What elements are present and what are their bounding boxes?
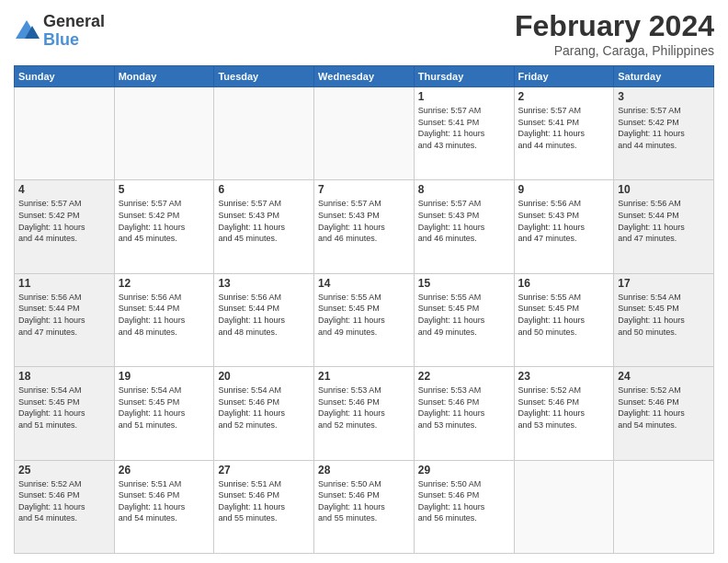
calendar-cell: 9Sunrise: 5:56 AMSunset: 5:43 PMDaylight… bbox=[514, 180, 614, 273]
calendar-cell: 13Sunrise: 5:56 AMSunset: 5:44 PMDayligh… bbox=[214, 273, 314, 366]
calendar-header-wednesday: Wednesday bbox=[314, 66, 415, 87]
day-number: 5 bbox=[119, 183, 210, 196]
calendar-cell: 6Sunrise: 5:57 AMSunset: 5:43 PMDaylight… bbox=[214, 180, 314, 273]
day-info: Sunrise: 5:57 AMSunset: 5:41 PMDaylight:… bbox=[518, 105, 610, 151]
day-number: 3 bbox=[618, 90, 710, 103]
day-number: 14 bbox=[318, 277, 410, 290]
calendar-header-sunday: Sunday bbox=[15, 66, 115, 87]
calendar-cell: 19Sunrise: 5:54 AMSunset: 5:45 PMDayligh… bbox=[114, 367, 214, 460]
calendar-cell bbox=[114, 87, 214, 180]
day-info: Sunrise: 5:55 AMSunset: 5:45 PMDaylight:… bbox=[418, 292, 510, 338]
calendar-week-5: 25Sunrise: 5:52 AMSunset: 5:46 PMDayligh… bbox=[15, 460, 714, 553]
day-number: 11 bbox=[18, 277, 110, 290]
day-number: 24 bbox=[618, 370, 710, 383]
calendar-week-1: 1Sunrise: 5:57 AMSunset: 5:41 PMDaylight… bbox=[15, 87, 714, 180]
day-info: Sunrise: 5:57 AMSunset: 5:41 PMDaylight:… bbox=[418, 105, 510, 151]
calendar-cell: 8Sunrise: 5:57 AMSunset: 5:43 PMDaylight… bbox=[414, 180, 514, 273]
calendar-cell: 16Sunrise: 5:55 AMSunset: 5:45 PMDayligh… bbox=[514, 273, 614, 366]
day-number: 2 bbox=[518, 90, 610, 103]
day-info: Sunrise: 5:55 AMSunset: 5:45 PMDaylight:… bbox=[518, 292, 610, 338]
calendar-week-4: 18Sunrise: 5:54 AMSunset: 5:45 PMDayligh… bbox=[15, 367, 714, 460]
day-info: Sunrise: 5:55 AMSunset: 5:45 PMDaylight:… bbox=[318, 292, 410, 338]
calendar-cell bbox=[614, 460, 714, 553]
day-info: Sunrise: 5:57 AMSunset: 5:42 PMDaylight:… bbox=[119, 198, 210, 244]
day-number: 23 bbox=[518, 370, 610, 383]
day-number: 12 bbox=[119, 277, 210, 290]
calendar-cell: 18Sunrise: 5:54 AMSunset: 5:45 PMDayligh… bbox=[15, 367, 115, 460]
calendar-cell: 7Sunrise: 5:57 AMSunset: 5:43 PMDaylight… bbox=[314, 180, 415, 273]
calendar-header-friday: Friday bbox=[514, 66, 614, 87]
calendar-cell: 2Sunrise: 5:57 AMSunset: 5:41 PMDaylight… bbox=[514, 87, 614, 180]
day-info: Sunrise: 5:52 AMSunset: 5:46 PMDaylight:… bbox=[618, 385, 710, 431]
day-info: Sunrise: 5:54 AMSunset: 5:45 PMDaylight:… bbox=[18, 385, 110, 431]
day-number: 10 bbox=[618, 183, 710, 196]
logo-icon bbox=[14, 18, 40, 44]
calendar-cell: 23Sunrise: 5:52 AMSunset: 5:46 PMDayligh… bbox=[514, 367, 614, 460]
calendar-cell: 25Sunrise: 5:52 AMSunset: 5:46 PMDayligh… bbox=[15, 460, 115, 553]
day-number: 1 bbox=[418, 90, 510, 103]
day-info: Sunrise: 5:54 AMSunset: 5:45 PMDaylight:… bbox=[119, 385, 210, 431]
calendar-cell: 1Sunrise: 5:57 AMSunset: 5:41 PMDaylight… bbox=[414, 87, 514, 180]
location-title: Parang, Caraga, Philippines bbox=[515, 43, 714, 58]
calendar-header-tuesday: Tuesday bbox=[214, 66, 314, 87]
day-info: Sunrise: 5:52 AMSunset: 5:46 PMDaylight:… bbox=[518, 385, 610, 431]
logo: General Blue bbox=[14, 13, 105, 50]
month-title: February 2024 bbox=[515, 9, 714, 43]
day-number: 27 bbox=[218, 464, 310, 477]
day-info: Sunrise: 5:52 AMSunset: 5:46 PMDaylight:… bbox=[18, 478, 110, 524]
day-info: Sunrise: 5:54 AMSunset: 5:46 PMDaylight:… bbox=[218, 385, 310, 431]
day-number: 16 bbox=[518, 277, 610, 290]
day-info: Sunrise: 5:51 AMSunset: 5:46 PMDaylight:… bbox=[218, 478, 310, 524]
calendar-table: SundayMondayTuesdayWednesdayThursdayFrid… bbox=[14, 65, 714, 554]
calendar-cell: 28Sunrise: 5:50 AMSunset: 5:46 PMDayligh… bbox=[314, 460, 415, 553]
day-number: 29 bbox=[418, 464, 510, 477]
day-number: 8 bbox=[418, 183, 510, 196]
calendar-cell bbox=[314, 87, 415, 180]
day-info: Sunrise: 5:56 AMSunset: 5:44 PMDaylight:… bbox=[218, 292, 310, 338]
logo-text: General Blue bbox=[43, 13, 105, 50]
day-info: Sunrise: 5:57 AMSunset: 5:42 PMDaylight:… bbox=[18, 198, 110, 244]
calendar-week-3: 11Sunrise: 5:56 AMSunset: 5:44 PMDayligh… bbox=[15, 273, 714, 366]
day-number: 28 bbox=[318, 464, 410, 477]
day-number: 17 bbox=[618, 277, 710, 290]
day-info: Sunrise: 5:50 AMSunset: 5:46 PMDaylight:… bbox=[418, 478, 510, 524]
title-block: February 2024 Parang, Caraga, Philippine… bbox=[515, 9, 714, 58]
day-number: 7 bbox=[318, 183, 410, 196]
day-number: 18 bbox=[18, 370, 110, 383]
day-info: Sunrise: 5:57 AMSunset: 5:43 PMDaylight:… bbox=[418, 198, 510, 244]
day-number: 25 bbox=[18, 464, 110, 477]
day-number: 22 bbox=[418, 370, 510, 383]
calendar-cell: 15Sunrise: 5:55 AMSunset: 5:45 PMDayligh… bbox=[414, 273, 514, 366]
page: General Blue February 2024 Parang, Carag… bbox=[0, 0, 728, 563]
calendar-cell: 3Sunrise: 5:57 AMSunset: 5:42 PMDaylight… bbox=[614, 87, 714, 180]
day-number: 9 bbox=[518, 183, 610, 196]
calendar-week-2: 4Sunrise: 5:57 AMSunset: 5:42 PMDaylight… bbox=[15, 180, 714, 273]
day-info: Sunrise: 5:51 AMSunset: 5:46 PMDaylight:… bbox=[119, 478, 210, 524]
calendar-cell: 10Sunrise: 5:56 AMSunset: 5:44 PMDayligh… bbox=[614, 180, 714, 273]
calendar-cell: 17Sunrise: 5:54 AMSunset: 5:45 PMDayligh… bbox=[614, 273, 714, 366]
calendar-cell: 26Sunrise: 5:51 AMSunset: 5:46 PMDayligh… bbox=[114, 460, 214, 553]
calendar-cell: 11Sunrise: 5:56 AMSunset: 5:44 PMDayligh… bbox=[15, 273, 115, 366]
header: General Blue February 2024 Parang, Carag… bbox=[14, 9, 714, 58]
day-info: Sunrise: 5:56 AMSunset: 5:44 PMDaylight:… bbox=[618, 198, 710, 244]
day-number: 20 bbox=[218, 370, 310, 383]
day-info: Sunrise: 5:53 AMSunset: 5:46 PMDaylight:… bbox=[318, 385, 410, 431]
calendar-cell bbox=[514, 460, 614, 553]
calendar-header-monday: Monday bbox=[114, 66, 214, 87]
calendar-cell: 29Sunrise: 5:50 AMSunset: 5:46 PMDayligh… bbox=[414, 460, 514, 553]
day-number: 4 bbox=[18, 183, 110, 196]
day-info: Sunrise: 5:50 AMSunset: 5:46 PMDaylight:… bbox=[318, 478, 410, 524]
calendar-cell: 22Sunrise: 5:53 AMSunset: 5:46 PMDayligh… bbox=[414, 367, 514, 460]
day-info: Sunrise: 5:56 AMSunset: 5:43 PMDaylight:… bbox=[518, 198, 610, 244]
calendar-header-thursday: Thursday bbox=[414, 66, 514, 87]
day-number: 26 bbox=[119, 464, 210, 477]
day-info: Sunrise: 5:54 AMSunset: 5:45 PMDaylight:… bbox=[618, 292, 710, 338]
calendar-header-row: SundayMondayTuesdayWednesdayThursdayFrid… bbox=[15, 66, 714, 87]
day-info: Sunrise: 5:56 AMSunset: 5:44 PMDaylight:… bbox=[119, 292, 210, 338]
day-number: 6 bbox=[218, 183, 310, 196]
calendar-cell: 12Sunrise: 5:56 AMSunset: 5:44 PMDayligh… bbox=[114, 273, 214, 366]
day-info: Sunrise: 5:57 AMSunset: 5:42 PMDaylight:… bbox=[618, 105, 710, 151]
calendar-cell bbox=[15, 87, 115, 180]
calendar-cell: 24Sunrise: 5:52 AMSunset: 5:46 PMDayligh… bbox=[614, 367, 714, 460]
calendar-cell: 21Sunrise: 5:53 AMSunset: 5:46 PMDayligh… bbox=[314, 367, 415, 460]
